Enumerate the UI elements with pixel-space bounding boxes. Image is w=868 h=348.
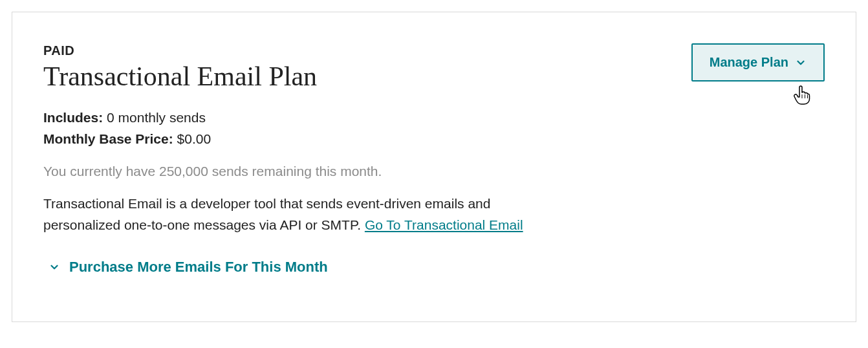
- manage-plan-button[interactable]: Manage Plan: [691, 43, 825, 82]
- plan-badge: PAID: [43, 43, 548, 58]
- includes-label: Includes:: [43, 110, 103, 125]
- plan-card-header: PAID Transactional Email Plan Includes: …: [43, 43, 825, 276]
- includes-row: Includes: 0 monthly sends: [43, 107, 548, 129]
- plan-card: PAID Transactional Email Plan Includes: …: [12, 12, 856, 322]
- plan-details: Includes: 0 monthly sends Monthly Base P…: [43, 107, 548, 149]
- purchase-more-label: Purchase More Emails For This Month: [69, 259, 328, 276]
- remaining-text: You currently have 250,000 sends remaini…: [43, 164, 548, 179]
- chevron-down-icon: [795, 57, 807, 69]
- price-row: Monthly Base Price: $0.00: [43, 129, 548, 150]
- plan-title: Transactional Email Plan: [43, 61, 548, 92]
- plan-info: PAID Transactional Email Plan Includes: …: [43, 43, 548, 276]
- plan-description: Transactional Email is a developer tool …: [43, 193, 548, 235]
- go-to-transactional-email-link[interactable]: Go To Transactional Email: [365, 217, 523, 232]
- purchase-more-button[interactable]: Purchase More Emails For This Month: [49, 259, 548, 276]
- manage-plan-label: Manage Plan: [710, 55, 788, 70]
- chevron-down-icon: [49, 261, 60, 273]
- price-label: Monthly Base Price:: [43, 131, 173, 146]
- includes-value: 0 monthly sends: [107, 110, 206, 125]
- price-value: $0.00: [177, 131, 212, 146]
